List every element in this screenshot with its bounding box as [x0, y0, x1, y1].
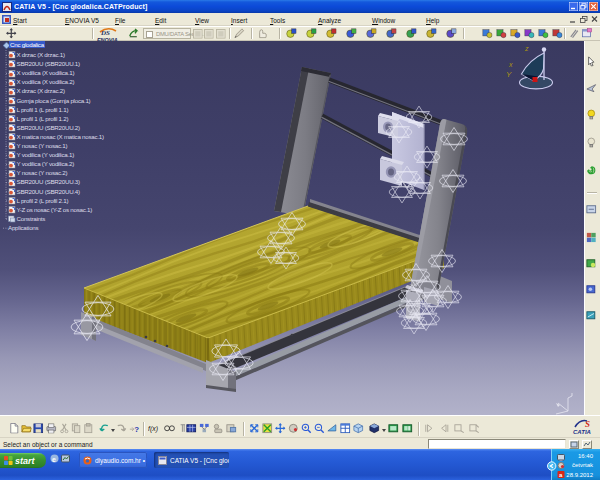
svg-text:Y: Y [506, 70, 512, 79]
svg-text:f(x): f(x) [148, 425, 158, 433]
svg-text:?: ? [134, 425, 139, 434]
svg-text:z: z [524, 45, 529, 52]
svg-text:e: e [52, 456, 56, 463]
svg-text:CATIA: CATIA [573, 429, 591, 435]
svg-text:S: S [585, 419, 590, 429]
svg-text:start: start [15, 456, 36, 466]
svg-text:x: x [508, 61, 513, 68]
